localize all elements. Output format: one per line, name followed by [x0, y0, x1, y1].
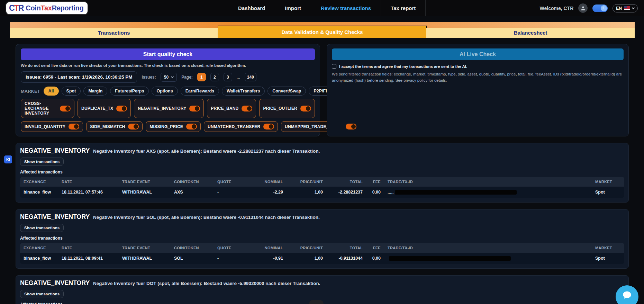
- us-flag-icon: [624, 6, 630, 10]
- nav-item-tax-report[interactable]: Tax report: [381, 0, 426, 16]
- dark-mode-toggle[interactable]: ☾: [592, 5, 608, 12]
- issue-card: NEGATIVE_INVENTORY Negative Inventory fu…: [16, 275, 629, 304]
- tab-data-validation[interactable]: Data Validation & Quality Checks: [218, 26, 426, 38]
- col-price-unit: PRICE/UNIT: [287, 177, 326, 187]
- top-navbar: CTR CoinTaxReporting Dashboard Import Re…: [0, 0, 644, 16]
- tab-balancesheet[interactable]: Balancesheet: [426, 28, 635, 38]
- col-coin-token: COIN/TOKEN: [171, 243, 214, 253]
- col-trade-tx-id: TRADE/TX-ID: [384, 243, 592, 253]
- ai-live-check-panel: AI Live Check I accept the terms and agr…: [327, 44, 629, 136]
- user-avatar[interactable]: [578, 3, 588, 13]
- toggle-on-switch[interactable]: [189, 106, 200, 111]
- page-button-1[interactable]: 1: [197, 73, 206, 81]
- check-toggles-row-2: INVALID_QUANTITY SIDE_MISMATCH MISSING_P…: [21, 121, 315, 132]
- market-filter-wallet[interactable]: Wallet/Transfers: [222, 87, 265, 96]
- affected-transactions-table: EXCHANGE DATE TRADE EVENT COIN/TOKEN QUO…: [20, 177, 624, 198]
- market-filter-options[interactable]: Options: [152, 87, 178, 96]
- tab-transactions[interactable]: Transactions: [10, 28, 218, 38]
- bottom-scroll-handle[interactable]: [309, 300, 324, 304]
- issue-description: Negative Inventory fuer DOT (spot, alle …: [93, 281, 320, 286]
- market-filter-earn[interactable]: Earn/Rewards: [181, 87, 219, 96]
- show-transactions-button[interactable]: Show transactions: [20, 224, 64, 232]
- check-label: PRICE_BAND: [211, 106, 238, 111]
- nav-item-dashboard[interactable]: Dashboard: [228, 0, 275, 16]
- toggle-on-switch[interactable]: [242, 106, 252, 111]
- market-filter-spot[interactable]: Spot: [62, 87, 81, 96]
- table-header-row: EXCHANGE DATE TRADE EVENT COIN/TOKEN QUO…: [20, 177, 624, 187]
- col-market: MARKET: [592, 177, 624, 187]
- check-toggle-unmatched-transfer[interactable]: UNMATCHED_TRANSFER: [204, 121, 278, 132]
- page-button-last[interactable]: 140: [245, 73, 256, 81]
- check-toggle-duplicate-tx[interactable]: DUPLICATE_TX: [78, 99, 131, 118]
- ai-consent-checkbox[interactable]: [332, 64, 336, 69]
- issue-description: Negative Inventory fuer SOL (spot, alle …: [93, 215, 320, 220]
- check-toggle-price-band[interactable]: PRICE_BAND: [207, 99, 256, 118]
- brand-reporting: Reporting: [52, 4, 84, 12]
- redacted-tx-id-bar: [395, 190, 517, 195]
- check-label: DUPLICATE_TX: [81, 106, 113, 111]
- check-toggle-cross-exchange-inventory[interactable]: CROSS-EXCHANGE INVENTORY: [21, 99, 74, 118]
- col-exchange: EXCHANGE: [20, 243, 58, 253]
- col-price-unit: PRICE/UNIT: [287, 243, 326, 253]
- page-ellipsis: ...: [237, 75, 240, 80]
- show-transactions-button[interactable]: Show transactions: [20, 290, 64, 298]
- start-quality-check-button[interactable]: Start quality check: [21, 48, 315, 60]
- page-button-3[interactable]: 3: [224, 73, 232, 81]
- issue-card: NEGATIVE_INVENTORY Negative Inventory fu…: [16, 143, 629, 203]
- check-toggle-invalid-quantity[interactable]: INVALID_QUANTITY: [21, 121, 83, 132]
- market-filter-all[interactable]: All: [44, 87, 59, 96]
- logo-letter-r: R: [18, 3, 24, 12]
- brand-tax: Tax: [41, 4, 52, 12]
- table-header-row: EXCHANGE DATE TRADE EVENT COIN/TOKEN QUO…: [20, 243, 624, 253]
- tab-bar: Transactions Data Validation & Quality C…: [10, 28, 635, 38]
- nav-item-import[interactable]: Import: [275, 0, 311, 16]
- col-trade-event: TRADE EVENT: [119, 243, 171, 253]
- col-fee: FEE: [366, 177, 384, 187]
- toggle-on-switch[interactable]: [186, 124, 197, 129]
- language-selector[interactable]: EN: [613, 4, 638, 12]
- col-trade-event: TRADE EVENT: [119, 177, 171, 187]
- nav-item-review-transactions[interactable]: Review transactions: [311, 0, 381, 16]
- col-exchange: EXCHANGE: [20, 177, 58, 187]
- col-fee: FEE: [366, 243, 384, 253]
- issue-type: NEGATIVE_INVENTORY: [20, 147, 90, 154]
- ctr-logo-icon: CTR: [9, 3, 23, 13]
- market-filter-margin[interactable]: Margin: [83, 87, 107, 96]
- issue-card: NEGATIVE_INVENTORY Negative Inventory fu…: [16, 209, 629, 269]
- ai-live-check-button[interactable]: AI Live Check: [332, 48, 624, 60]
- app-logo[interactable]: CTR CoinTaxReporting: [6, 2, 88, 14]
- affected-transactions-table: EXCHANGE DATE TRADE EVENT COIN/TOKEN QUO…: [20, 243, 624, 264]
- check-label: NEGATIVE_INVENTORY: [138, 106, 186, 111]
- ki-assistant-badge[interactable]: KI: [4, 155, 12, 163]
- toggle-on-switch[interactable]: [346, 124, 356, 129]
- issues-per-page-select[interactable]: 50: [161, 73, 177, 82]
- logo-letter-c: C: [9, 3, 14, 12]
- toggle-on-switch[interactable]: [116, 106, 127, 111]
- quality-disclaimer: We do not send live data or run live che…: [21, 63, 315, 68]
- market-filter-convert[interactable]: Convert/Swap: [267, 87, 306, 96]
- issue-type: NEGATIVE_INVENTORY: [20, 279, 90, 287]
- issues-per-page-value: 50: [164, 75, 169, 80]
- toggle-on-switch[interactable]: [300, 106, 311, 111]
- check-toggle-missing-price[interactable]: MISSING_PRICE: [146, 121, 201, 132]
- tx-id-prefix: .....: [388, 190, 393, 195]
- toggle-on-switch[interactable]: [263, 124, 274, 129]
- toggle-on-switch[interactable]: [60, 106, 71, 111]
- person-icon: [580, 6, 586, 11]
- check-toggle-price-outlier[interactable]: PRICE_OUTLIER: [259, 99, 315, 118]
- col-quote: QUOTE: [214, 243, 247, 253]
- toggle-on-switch[interactable]: [69, 124, 79, 129]
- brand-name: CoinTaxReporting: [26, 4, 83, 12]
- page-button-2[interactable]: 2: [210, 73, 219, 81]
- page-body: Transactions Data Validation & Quality C…: [0, 16, 644, 304]
- market-filter-futures[interactable]: Futures/Perps: [110, 87, 149, 96]
- check-toggle-side-mismatch[interactable]: SIDE_MISMATCH: [86, 121, 143, 132]
- table-row[interactable]: binance_flow 18.11.2021, 07:57:46 WITHDR…: [20, 187, 624, 198]
- check-toggle-negative-inventory[interactable]: NEGATIVE_INVENTORY: [134, 99, 204, 118]
- toggle-on-switch[interactable]: [128, 124, 139, 129]
- table-row[interactable]: binance_flow 18.11.2021, 08:09:41 WITHDR…: [20, 253, 624, 264]
- page-label: Page:: [181, 75, 193, 80]
- col-trade-tx-id: TRADE/TX-ID: [384, 177, 592, 187]
- check-toggles-row-1: CROSS-EXCHANGE INVENTORY DUPLICATE_TX NE…: [21, 99, 315, 118]
- show-transactions-button[interactable]: Show transactions: [20, 158, 64, 166]
